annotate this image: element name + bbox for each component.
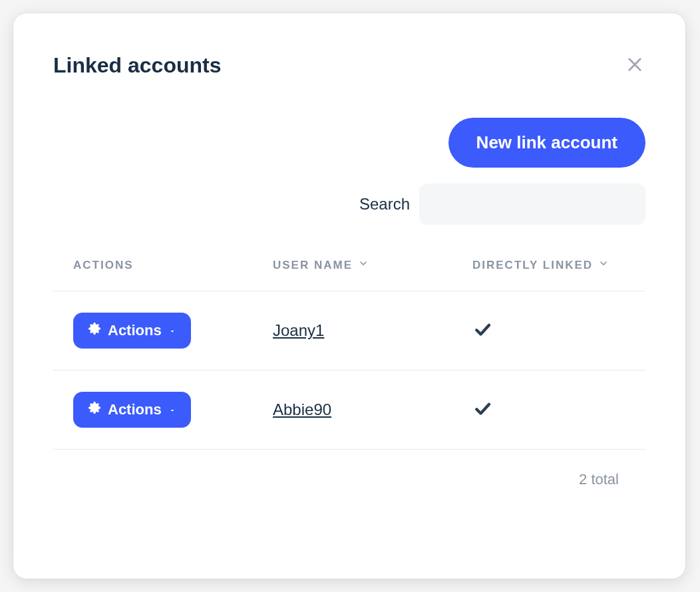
- caret-down-icon: [168, 401, 176, 418]
- table-row: Actions Joany1: [53, 291, 645, 370]
- search-label: Search: [359, 195, 410, 214]
- column-directly-linked[interactable]: DIRECTLY LINKED: [472, 258, 625, 272]
- toolbar: New link account Search: [53, 118, 645, 225]
- table-row: Actions Abbie90: [53, 370, 645, 450]
- table-header: ACTIONS USER NAME DIRECTLY LINKED: [53, 258, 645, 291]
- close-button[interactable]: [624, 55, 645, 76]
- chevron-down-icon: [598, 258, 609, 272]
- username-cell: Joany1: [273, 321, 472, 340]
- linked-accounts-table: ACTIONS USER NAME DIRECTLY LINKED: [53, 258, 645, 488]
- column-username-label: USER NAME: [273, 259, 353, 272]
- column-username[interactable]: USER NAME: [273, 258, 472, 272]
- search-input[interactable]: [419, 184, 645, 225]
- actions-dropdown-button[interactable]: Actions: [73, 392, 191, 428]
- modal-title: Linked accounts: [53, 53, 222, 78]
- username-cell: Abbie90: [273, 400, 472, 419]
- actions-dropdown-button[interactable]: Actions: [73, 313, 191, 349]
- table-footer: 2 total: [53, 450, 645, 488]
- username-link[interactable]: Joany1: [273, 321, 324, 339]
- check-icon: [472, 409, 492, 420]
- new-link-account-label: New link account: [476, 132, 617, 152]
- actions-label: Actions: [108, 322, 162, 339]
- new-link-account-button[interactable]: New link account: [448, 118, 645, 168]
- column-actions-label: ACTIONS: [73, 259, 134, 272]
- caret-down-icon: [168, 322, 176, 339]
- check-icon: [472, 330, 492, 341]
- actions-label: Actions: [108, 401, 162, 418]
- actions-cell: Actions: [73, 313, 273, 349]
- gear-icon: [88, 401, 101, 418]
- username-link[interactable]: Abbie90: [273, 400, 331, 418]
- table-body: Actions Joany1: [53, 291, 645, 450]
- chevron-down-icon: [358, 258, 369, 272]
- search-row: Search: [359, 184, 645, 225]
- gear-icon: [88, 322, 101, 339]
- directly-linked-cell: [472, 319, 625, 342]
- total-count: 2 total: [579, 471, 619, 488]
- actions-cell: Actions: [73, 392, 273, 428]
- column-directly-linked-label: DIRECTLY LINKED: [472, 259, 593, 272]
- directly-linked-cell: [472, 398, 625, 421]
- column-actions: ACTIONS: [73, 258, 273, 272]
- close-icon: [625, 55, 644, 76]
- linked-accounts-modal: Linked accounts New link account Search …: [13, 13, 685, 579]
- modal-header: Linked accounts: [53, 53, 645, 78]
